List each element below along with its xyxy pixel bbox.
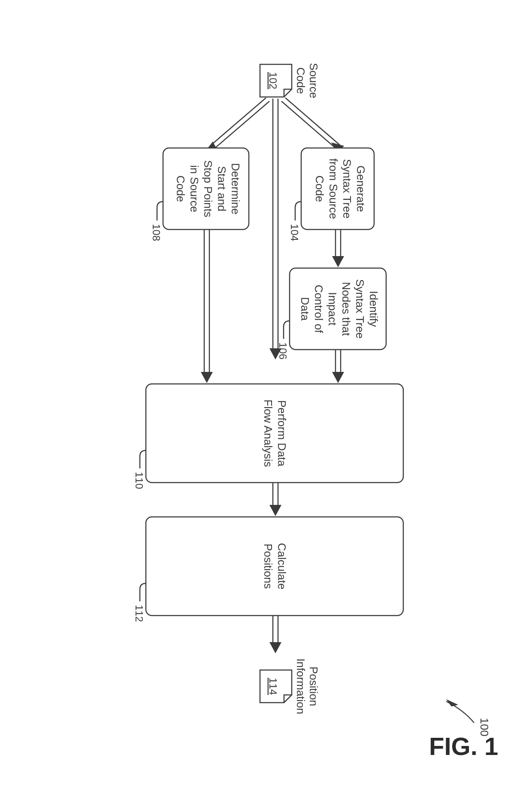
source-code-doc: Source Code 102 <box>260 63 320 98</box>
svg-line-7 <box>215 101 269 148</box>
flow-l1: Perform Data <box>275 400 288 467</box>
identify-l3: Nodes that <box>340 282 353 336</box>
startstop-ref: 108 <box>151 224 162 241</box>
gen-tree-l2: Syntax Tree <box>341 159 354 219</box>
startstop-l1: Determine <box>229 163 242 214</box>
arrow-flow-to-calc <box>269 483 281 516</box>
arrow-gen-to-identify <box>332 229 344 267</box>
source-code-label-line1: Source <box>307 63 320 98</box>
identify-l4: Impact <box>326 292 339 326</box>
startstop-l3: Stop Points <box>202 160 215 217</box>
svg-marker-20 <box>201 372 213 383</box>
gen-tree-l4: Code <box>313 175 326 202</box>
generate-syntax-tree-box: Generate Syntax Tree from Source Code 10… <box>289 148 374 241</box>
position-info-label-line2: Information <box>294 658 307 714</box>
calc-l1: Calculate <box>275 543 288 589</box>
gen-tree-l1: Generate <box>354 166 367 212</box>
figure-label: FIG. 1 <box>429 732 498 760</box>
identify-l2: Syntax Tree <box>354 279 366 339</box>
position-info-doc: Position Information 114 <box>260 658 320 714</box>
position-info-ref: 114 <box>267 678 279 695</box>
calculate-positions-box: Calculate Positions 112 <box>133 517 403 622</box>
svg-marker-12 <box>332 256 344 267</box>
startstop-l5: Code <box>174 175 187 202</box>
svg-marker-24 <box>269 505 281 516</box>
svg-line-6 <box>211 98 266 145</box>
svg-marker-16 <box>332 372 344 383</box>
identify-ref: 106 <box>277 342 289 359</box>
arrow-identify-to-flow <box>332 350 344 383</box>
identify-l6: Data <box>299 297 311 321</box>
flow-l2: Flow Analysis <box>262 399 275 467</box>
position-info-label-line1: Position <box>307 667 320 706</box>
arrow-calc-to-output <box>269 616 281 653</box>
arrow-source-to-gen-tree <box>281 98 344 154</box>
identify-l1: Identify <box>367 291 380 327</box>
svg-line-1 <box>281 101 336 148</box>
gen-tree-ref: 104 <box>289 224 300 241</box>
source-code-label-line2: Code <box>294 67 307 94</box>
identify-l5: Control of <box>312 285 325 333</box>
identify-nodes-box: Identify Syntax Tree Nodes that Impact C… <box>277 268 386 359</box>
startstop-l2: Start and <box>215 166 228 211</box>
determine-startstop-box: Determine Start and Stop Points in Sourc… <box>151 148 249 241</box>
arrow-source-to-flow <box>269 99 281 359</box>
svg-line-0 <box>285 98 340 145</box>
svg-marker-28 <box>269 642 281 653</box>
flow-ref: 110 <box>133 472 145 489</box>
calc-l2: Positions <box>262 543 275 589</box>
arrow-source-to-startstop <box>207 98 269 153</box>
perform-flow-box: Perform Data Flow Analysis 110 <box>133 384 403 489</box>
calc-ref: 112 <box>133 605 145 622</box>
arrow-startstop-to-flow <box>201 229 213 383</box>
source-code-ref: 102 <box>267 72 279 89</box>
gen-tree-l3: from Source <box>327 158 340 219</box>
startstop-l4: in Source <box>188 165 201 212</box>
